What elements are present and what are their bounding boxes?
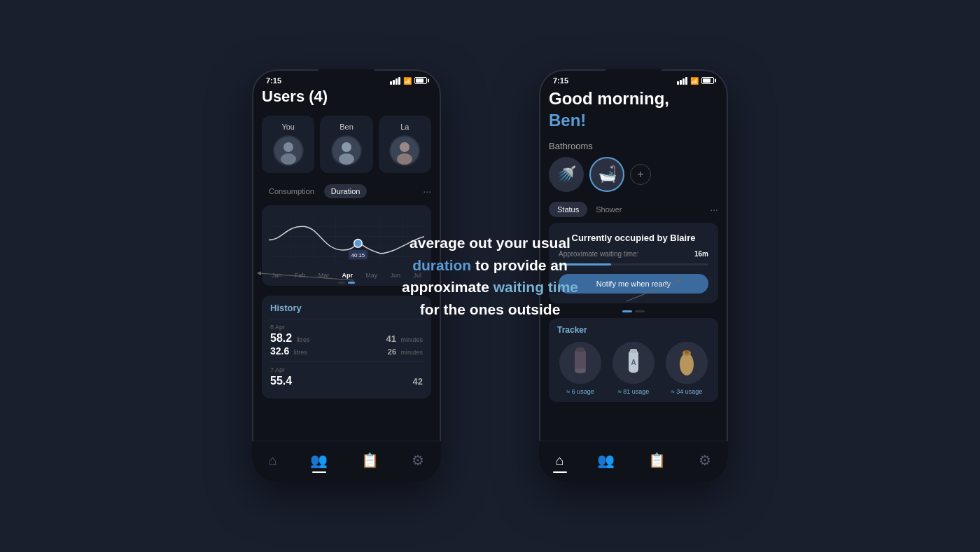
wifi-icon-left: 📶	[403, 77, 412, 85]
history-minutes-2: 26	[388, 347, 396, 356]
status-card: Currently occupied by Blaire Approximate…	[549, 223, 718, 303]
tracker-usage-3: ≈ 34 usage	[671, 388, 702, 395]
chart-months: Jan Feb Mar Apr May Jun Jul	[269, 272, 424, 279]
history-minutes-3: 42	[413, 376, 423, 387]
history-unit-litres-1: litres	[297, 336, 310, 343]
duration-tab[interactable]: Duration	[324, 184, 368, 198]
phone-notch-left	[318, 69, 374, 85]
settings-icon-left: ⚙	[412, 453, 424, 467]
svg-point-9	[400, 142, 410, 152]
status-menu-button[interactable]: ···	[710, 204, 718, 215]
signal-icon-left	[390, 77, 400, 85]
progress-fill	[559, 263, 611, 265]
list-icon-right: 📋	[648, 453, 666, 467]
history-unit-litres-2: litres	[294, 349, 307, 356]
user-card-you[interactable]: You	[262, 116, 314, 173]
tracker-item-1[interactable]: ≈ 6 usage	[557, 342, 603, 395]
list-icon-left: 📋	[361, 453, 379, 467]
page-dot-right-1	[622, 310, 632, 312]
nav-list-right[interactable]: 📋	[648, 453, 666, 467]
tracker-title: Tracker	[557, 325, 710, 335]
svg-point-32	[680, 353, 694, 375]
nav-settings-right[interactable]: ⚙	[699, 453, 711, 467]
greeting-name: Ben!	[549, 111, 586, 130]
nav-settings-left[interactable]: ⚙	[412, 453, 424, 467]
home-icon-right: ⌂	[556, 453, 564, 467]
svg-rect-34	[685, 350, 689, 354]
month-jul: Jul	[413, 272, 421, 279]
nav-home-right[interactable]: ⌂	[556, 453, 564, 467]
bathrooms-row: 🚿 🛁 +	[549, 157, 718, 192]
history-date-8apr: 8 Apr	[270, 324, 423, 331]
bathroom-2[interactable]: 🛁	[589, 157, 624, 192]
chart-tab-group: Consumption Duration	[262, 184, 367, 198]
page-dot-right-2	[635, 310, 645, 312]
signal-icon-right	[677, 77, 687, 85]
history-litres-3: 55.4	[270, 375, 292, 387]
month-jan: Jan	[272, 272, 282, 279]
history-minutes-1: 41	[386, 333, 396, 344]
notify-button[interactable]: Notify me when ready	[559, 274, 708, 294]
waiting-value: 16m	[694, 250, 708, 258]
greeting-title: Good morning, Ben!	[549, 88, 718, 131]
users-row: You Ben	[262, 116, 431, 173]
wifi-icon-right: 📶	[690, 77, 699, 85]
page-dot-2	[348, 282, 355, 284]
history-row-3: 55.4 42	[270, 375, 423, 387]
month-mar: Mar	[318, 272, 330, 279]
history-date-7apr: 7 Apr	[270, 366, 423, 373]
svg-point-10	[397, 153, 412, 165]
bottom-nav-left: ⌂ 👥 📋 ⚙	[252, 441, 441, 483]
tracker-section: Tracker ≈ 6 usage	[549, 318, 718, 402]
home-icon-left: ⌂	[269, 453, 277, 467]
tracker-item-3[interactable]: ≈ 34 usage	[664, 342, 710, 395]
svg-rect-25	[576, 347, 584, 352]
chart-menu-button[interactable]: ···	[423, 186, 431, 197]
nav-home-left[interactable]: ⌂	[269, 453, 277, 467]
status-tab-group: Status Shower	[549, 202, 630, 217]
greeting-line1: Good morning,	[549, 89, 669, 108]
waiting-label: Approximate waiting time:	[559, 250, 639, 258]
status-tabs: Status Shower ···	[549, 202, 718, 217]
chart-dot	[354, 240, 363, 248]
bottom-nav-right: ⌂ 👥 📋 ⚙	[539, 441, 728, 483]
battery-icon-right	[701, 77, 714, 84]
month-jun: Jun	[391, 272, 401, 279]
add-bathroom-button[interactable]: +	[630, 164, 651, 185]
right-phone: 7:15 📶 Good morning	[539, 69, 728, 483]
phone-notch-right	[606, 69, 662, 85]
history-litres-2: 32.6	[270, 345, 289, 357]
left-phone: 7:15 📶 Users (4)	[252, 69, 441, 483]
history-row-2: 32.6 litres 26 minutes	[270, 345, 423, 357]
user-name-la: La	[400, 123, 409, 131]
status-tab-status[interactable]: Status	[549, 202, 587, 217]
users-icon-right: 👥	[597, 453, 615, 467]
user-name-ben: Ben	[340, 123, 354, 131]
page-indicators-right	[549, 310, 718, 312]
status-icons-right: 📶	[677, 77, 714, 85]
bathrooms-label: Bathrooms	[549, 141, 718, 151]
progress-bar	[559, 263, 708, 265]
tracker-usage-2: ≈ 81 usage	[618, 388, 649, 395]
status-tab-shower[interactable]: Shower	[587, 202, 630, 217]
consumption-tab[interactable]: Consumption	[262, 184, 321, 198]
nav-users-right[interactable]: 👥	[597, 453, 615, 467]
bathroom-1[interactable]: 🚿	[549, 157, 584, 192]
avatar-you	[273, 135, 304, 166]
nav-users-left[interactable]: 👥	[310, 453, 328, 467]
month-apr: Apr	[342, 272, 353, 279]
svg-rect-29	[630, 349, 637, 353]
users-icon-left: 👥	[310, 453, 328, 467]
chart-header: Consumption Duration ···	[262, 184, 431, 198]
user-card-la[interactable]: La	[379, 116, 431, 173]
chart-area: 40:15 Jan Feb Mar Apr May Jun Jul	[262, 205, 431, 286]
nav-list-left[interactable]: 📋	[361, 453, 379, 467]
status-time-left: 7:15	[266, 76, 281, 85]
page-title-left: Users (4)	[262, 88, 431, 106]
user-card-ben[interactable]: Ben	[320, 116, 372, 173]
tracker-item-2[interactable]: A ≈ 81 usage	[610, 342, 657, 395]
status-time-right: 7:15	[553, 76, 568, 85]
waiting-time-row: Approximate waiting time: 16m	[559, 250, 708, 258]
svg-rect-26	[575, 368, 586, 373]
history-entry-7apr: 7 Apr 55.4 42	[270, 361, 423, 392]
